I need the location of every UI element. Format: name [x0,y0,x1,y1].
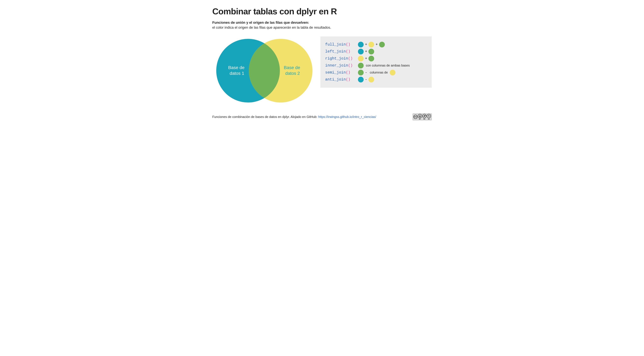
legend-row-anti-join: anti_join()- [325,77,427,83]
legend-row-semi-join: semi_join()-columnas de [325,70,427,76]
plus-symbol: + [365,56,367,61]
minus-symbol: - [365,77,367,82]
footer-link[interactable]: https://irwingss.github.io/intro_r_cienc… [318,115,376,119]
page-title: Combinar tablas con dplyr en R [212,6,432,16]
plus-symbol: + [376,42,378,47]
fn-label: right_join() [325,56,357,61]
green-dot-icon [358,70,364,76]
teal-dot-icon [358,77,364,83]
fn-label: anti_join() [325,77,357,82]
legend-row-left-join: left_join()+ [325,49,427,55]
subtitle-rest: el color indica el origen de las filas q… [212,25,432,30]
legend-note: columnas de [370,71,388,74]
yellow-dot-icon [368,77,374,83]
green-dot-icon [379,42,385,48]
cc-sa-icon: ↻SA [427,114,431,120]
plus-symbol: + [365,49,367,54]
fn-label: full_join() [325,42,357,47]
minus-symbol: - [365,70,367,75]
cc-nc-icon: $NC [422,114,426,120]
teal-dot-icon [358,42,364,48]
cc-license-badge: CCBY$NC↻SA [413,114,432,120]
fn-label: left_join() [325,49,357,54]
legend-row-right-join: right_join()+ [325,56,427,62]
yellow-dot-icon [358,56,364,62]
venn-diagram: Base de datos 1 Base de datos 2 [212,37,314,106]
green-dot-icon [358,63,364,69]
cc-by-icon: BY [418,114,422,120]
fn-label: semi_join() [325,70,357,75]
plus-symbol: + [365,42,367,47]
green-dot-icon [368,49,374,55]
fn-label: inner_join() [325,63,357,68]
cc-cc-icon: CC [414,115,418,119]
yellow-dot-icon [368,42,374,48]
teal-dot-icon [358,49,364,55]
footer-text: Funciones de combinación de bases de dat… [212,115,376,119]
yellow-dot-icon [390,70,396,76]
subtitle-bold: Funciones de unión y el origen de las fi… [212,20,432,25]
legend-panel: full_join()++left_join()+right_join()+in… [320,37,432,88]
content-row: Base de datos 1 Base de datos 2 full_joi… [212,37,432,106]
legend-row-inner-join: inner_join()con columnas de ambas bases [325,63,427,69]
legend-row-full-join: full_join()++ [325,42,427,48]
svg-rect-2 [420,116,420,117]
svg-point-1 [420,115,420,116]
green-dot-icon [368,56,374,62]
footer: Funciones de combinación de bases de dat… [212,114,432,120]
legend-note: con columnas de ambas bases [366,64,410,67]
